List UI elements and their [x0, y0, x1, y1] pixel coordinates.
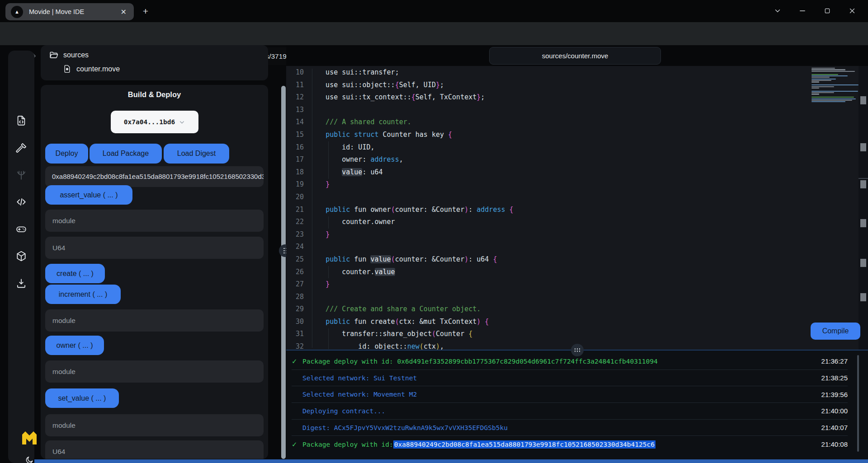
- argument-input[interactable]: module: [45, 414, 264, 436]
- console-row: Digest: ACx5FJpvY5VvxW2tzuRwknA9k5wx7vVX…: [292, 420, 848, 436]
- scrollbar-thumb[interactable]: [860, 180, 866, 188]
- file-label: counter.move: [76, 65, 120, 73]
- console-scrollbar[interactable]: [857, 355, 859, 452]
- browser-tab[interactable]: ▲ Movide | Move IDE ✕: [5, 3, 134, 20]
- code-line: transfer::share_object(Counter {: [309, 328, 807, 341]
- selected-package-id: 0xa88940249c2bd08c8fa1ea515da8801793e991…: [393, 440, 656, 449]
- gamepad-icon[interactable]: [15, 223, 27, 235]
- argument-input[interactable]: module: [45, 360, 264, 383]
- folder-row[interactable]: sources: [49, 50, 89, 60]
- editor-scrollbar-track[interactable]: [859, 66, 868, 350]
- code-line: }: [309, 278, 807, 291]
- log-timestamp: 21:39:56: [821, 391, 848, 398]
- scrollbar-thumb[interactable]: [860, 143, 866, 151]
- movide-favicon: ▲: [11, 6, 23, 18]
- code-line: public struct Counter has key {: [309, 129, 807, 141]
- scrollbar-notch: [859, 178, 868, 179]
- code-line: }: [309, 178, 807, 191]
- console-row: ✓Package deploy with id: 0x6d491ef335289…: [292, 353, 848, 370]
- code-content[interactable]: use sui::transfer; use sui::object::{Sel…: [309, 66, 807, 353]
- line-numbers: 1011121314151617181920212223242526272829…: [286, 66, 304, 353]
- function-button[interactable]: create ( ... ): [45, 264, 105, 283]
- download-tool-icon[interactable]: [15, 277, 27, 289]
- console-row: Selected network: Movement M221:39:56: [292, 386, 848, 403]
- folder-open-icon: [49, 50, 59, 60]
- code-line: public fun owner(counter: &Counter): add…: [309, 204, 807, 216]
- code-line: use sui::transfer;: [309, 66, 807, 79]
- deploy-button[interactable]: Deploy: [45, 144, 88, 164]
- code-line: counter.owner: [309, 216, 807, 229]
- scrollbar-thumb[interactable]: [860, 96, 866, 104]
- log-timestamp: 21:40:00: [821, 407, 848, 415]
- console-message: Package deploy with id:: [302, 441, 393, 448]
- panel-title: Build & Deploy: [41, 90, 268, 99]
- argument-input[interactable]: U64: [45, 237, 264, 259]
- editor-tab[interactable]: sources/counter.move: [489, 47, 661, 65]
- function-button[interactable]: assert_value ( ... ): [45, 185, 132, 205]
- account-address: 0x7a04...1bd6: [124, 118, 175, 126]
- folder-label: sources: [63, 51, 89, 59]
- file-row[interactable]: counter.move: [62, 64, 120, 74]
- code-line: [309, 241, 807, 253]
- console-row: ✓Package deploy with id: 0xa88940249c2bd…: [292, 436, 848, 453]
- package-id-input[interactable]: 0xa88940249c2bd08c8fa1ea515da8801793e991…: [45, 166, 264, 187]
- code-icon[interactable]: [15, 196, 27, 208]
- function-button[interactable]: increment ( ... ): [45, 285, 121, 304]
- load-package-button[interactable]: Load Package: [90, 144, 162, 164]
- argument-input[interactable]: U64: [45, 440, 264, 459]
- function-button[interactable]: set_value ( ... ): [45, 388, 119, 408]
- code-line: public fun create(ctx: &mut TxContext) {: [309, 316, 807, 328]
- movement-logo[interactable]: [20, 429, 38, 447]
- code-line: value: u64: [309, 166, 807, 179]
- load-digest-button[interactable]: Load Digest: [164, 144, 229, 164]
- file-code-icon[interactable]: [15, 115, 27, 126]
- minimize-icon[interactable]: [796, 5, 809, 16]
- minimap[interactable]: [811, 68, 859, 103]
- argument-input[interactable]: module: [45, 309, 264, 332]
- check-icon: ✓: [292, 357, 302, 365]
- cube-icon[interactable]: [15, 250, 27, 262]
- tool-rail: [8, 51, 34, 463]
- code-line: /// Create and share a Counter object.: [309, 303, 807, 316]
- browser-tab-bar: ▲ Movide | Move IDE ✕ +: [0, 0, 868, 22]
- argument-input[interactable]: module: [45, 210, 264, 232]
- browser-toolbar: move.solide0x.tech/address/3719923481/0x…: [0, 22, 868, 45]
- code-line: [309, 291, 807, 304]
- code-line: [309, 104, 807, 117]
- close-icon[interactable]: [845, 5, 859, 16]
- log-timestamp: 21:40:08: [821, 440, 848, 448]
- maximize-icon[interactable]: [821, 5, 834, 16]
- move-file-icon: [62, 64, 72, 74]
- code-line: /// A shared counter.: [309, 116, 807, 129]
- code-line: owner: address,: [309, 154, 807, 166]
- log-timestamp: 21:36:27: [821, 357, 848, 365]
- console-row: Selected network: Sui Testnet21:38:25: [292, 370, 848, 387]
- code-line: id: UID,: [309, 141, 807, 154]
- log-timestamp: 21:38:25: [821, 374, 848, 382]
- scrollbar-thumb[interactable]: [860, 219, 866, 227]
- tab-close-icon[interactable]: ✕: [118, 7, 129, 17]
- console-message: Deploying contract...: [302, 407, 385, 415]
- compile-button[interactable]: Compile: [811, 323, 860, 340]
- account-selector[interactable]: 0x7a04...1bd6: [111, 111, 198, 133]
- moon-icon[interactable]: [24, 455, 34, 463]
- tab-title: Movide | Move IDE: [29, 8, 118, 15]
- code-line: use sui::tx_context::{Self, TxContext};: [309, 91, 807, 104]
- code-line: use sui::object::{Self, UID};: [309, 79, 807, 92]
- scrollbar-thumb[interactable]: [860, 293, 866, 301]
- scrollbar-thumb[interactable]: [860, 259, 866, 267]
- function-button[interactable]: owner ( ... ): [45, 336, 104, 355]
- file-explorer: sources counter.move: [41, 45, 268, 80]
- code-line: [309, 191, 807, 204]
- bottom-accent-strip: [34, 459, 868, 463]
- new-tab-button[interactable]: +: [139, 5, 152, 18]
- hammer-icon[interactable]: [15, 142, 27, 154]
- log-timestamp: 21:40:07: [821, 424, 848, 431]
- antenna-icon[interactable]: [15, 169, 27, 181]
- console-message: Package deploy with id: 0x6d491ef3352899…: [302, 358, 658, 365]
- tab-search-chevron-icon[interactable]: [771, 5, 784, 16]
- panel-scrollbar[interactable]: [281, 86, 286, 459]
- console-row: Deploying contract...21:40:00: [292, 403, 848, 420]
- build-deploy-panel: Build & Deploy 0x7a04...1bd6 Deploy Load…: [41, 85, 268, 459]
- code-line: public fun value(counter: &Counter): u64…: [309, 253, 807, 266]
